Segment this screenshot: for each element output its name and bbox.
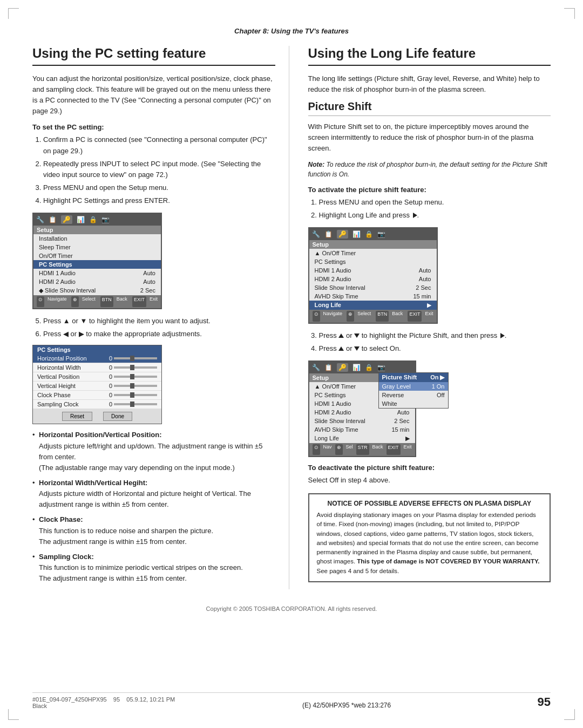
bullet-sampling-title: Sampling Clock: — [39, 553, 94, 561]
bullet-horiz-pos: Horizontal Position/Vertical Position: A… — [32, 430, 275, 473]
pc-settings-buttons: Reset Done — [33, 409, 161, 424]
tv-menu-topbar-2: 🔧 📋 🔑 📊 🔒 📷 — [309, 228, 437, 240]
setup-steps-list: Confirm a PC is connected (see "Connecti… — [43, 134, 275, 206]
bullet-horiz-width-title: Horizontal Width/Vertical Hegiht: — [39, 479, 147, 487]
up-arrow-icon-2 — [338, 346, 344, 351]
tv-menu-setup: 🔧 📋 🔑 📊 🔒 📷 Setup Installation Sleep Tim… — [32, 213, 162, 309]
pc-row-clock-phase: Clock Phase 0 — [33, 391, 161, 400]
pc-row-horiz-width: Horizontal Width 0 — [33, 363, 161, 372]
menu3-hdmi2: HDMI 2 AudioAuto — [309, 408, 415, 417]
menu3-slideshow: Slide Show Interval2 Sec — [309, 417, 415, 425]
bullets-list: Horizontal Position/Vertical Position: A… — [32, 430, 275, 584]
bullet-horiz-width-text: Adjusts picture width of Horizontal and … — [39, 489, 251, 508]
menu2-onoff: ▲ On/Off Timer — [309, 249, 437, 257]
right-column: Using the Long Life feature The long lif… — [306, 46, 551, 589]
bullet-horiz-pos-text: Adjusts picture left/right and up/down. … — [39, 442, 262, 461]
submenu-picture-shift-label: Picture Shift — [382, 374, 417, 381]
longlife-submenu: Picture Shift On ▶ Gray Level 1 On Rever… — [378, 372, 449, 409]
corner-mark-bl — [8, 709, 19, 720]
down-arrow-icon — [354, 334, 360, 338]
pc-row-sampling: Sampling Clock 0 — [33, 400, 161, 409]
menu-row-hdmi1: HDMI 1 AudioAuto — [33, 269, 161, 277]
tv-menu-nav-2: ⊙Navigate ⊕Select BTNBack EXITExit — [309, 310, 437, 323]
bullet-horiz-pos-note: (The adjustable range may vary depending… — [39, 464, 235, 472]
right-arrow-icon-2 — [500, 333, 505, 338]
bullet-clock-text1: This function is to reduce noise and sha… — [39, 527, 213, 535]
submenu-picture-shift-value: On ▶ — [430, 374, 444, 381]
page-footer: #01E_094-097_4250HPX95 95 05.9.12, 10:21… — [32, 692, 551, 709]
notice-box: NOTICE OF POSSIBLE ADVERSE EFFECTS ON PL… — [308, 493, 551, 582]
bullet-sampling-text2: The adjustment range is within ±15 from … — [39, 574, 187, 582]
bullet-clock-text2: The adjustment range is within ±15 from … — [39, 538, 187, 546]
notice-body: Avoid displaying stationary images on yo… — [317, 511, 543, 576]
left-section-title: Using the PC setting feature — [32, 46, 275, 66]
note-label: Note: — [308, 161, 325, 168]
submenu-white-label: White — [382, 400, 397, 407]
picture-shift-intro: With Picture Shift set to on, the pictur… — [308, 121, 551, 154]
setup-steps-list-2: Press ▲ or ▼ to highlight the item you w… — [43, 316, 275, 339]
menu2-hdmi1: HDMI 1 AudioAuto — [309, 266, 437, 275]
pc-row-vert-height: Vertical Height 0 — [33, 382, 161, 391]
menu3-avhd: AVHD Skip Time15 min — [309, 425, 415, 434]
tv-menu-title-1: Setup — [33, 226, 161, 234]
up-arrow-icon — [338, 334, 344, 338]
copyright-line: Copyright © 2005 TOSHIBA CORPORATION. Al… — [32, 605, 551, 612]
notice-bold-text: This type of damage is NOT COVERED BY YO… — [357, 558, 539, 564]
corner-mark-br — [564, 709, 575, 720]
notice-body-text: Avoid displaying stationary images on yo… — [317, 512, 539, 564]
page-number: 95 — [538, 695, 551, 709]
menu-row-pc-settings: PC Settings — [33, 260, 161, 269]
corner-mark-tr — [564, 8, 575, 19]
reset-button[interactable]: Reset — [62, 412, 92, 421]
footer-color-info: Black — [32, 703, 175, 709]
to-set-label: To set the PC setting: — [32, 123, 275, 131]
note-body: To reduce the risk of phosphor burn-in, … — [308, 161, 547, 178]
bullet-clock-phase: Clock Phase: This function is to reduce … — [32, 514, 275, 547]
pc-row-vert-pos: Vertical Position 0 — [33, 372, 161, 382]
pc-settings-menu: PC Settings Horizontal Position 0 Horizo… — [32, 345, 162, 424]
left-column: Using the PC setting feature You can adj… — [32, 46, 289, 589]
notice-end-text: See pages 4 and 5 for details. — [317, 568, 399, 574]
corner-mark-tl — [8, 8, 19, 19]
footer-file-info: #01E_094-097_4250HPX95 95 05.9.12, 10:21… — [32, 696, 175, 703]
activate-steps-2: Press or to highlight the Picture Shift,… — [319, 330, 551, 354]
pc-settings-title: PC Settings — [33, 345, 161, 354]
menu2-slideshow: Slide Show Interval2 Sec — [309, 283, 437, 292]
down-arrow-icon-2 — [354, 346, 360, 351]
activate-step-2: Highlight Long Life and press . — [319, 210, 551, 221]
step-6: Press ◀ or ▶ to make the appropriate adj… — [43, 329, 275, 339]
menu2-avhd: AVHD Skip Time15 min — [309, 292, 437, 301]
right-section-title: Using the Long Life feature — [308, 46, 551, 66]
activate-step-1: Press MENU and open the Setup menu. — [319, 197, 551, 208]
submenu-reverse-value: Off — [437, 392, 444, 398]
menu-row-onoff: On/Off Timer — [33, 251, 161, 260]
step-5: Press ▲ or ▼ to highlight the item you w… — [43, 316, 275, 326]
step-2: Repeatedly press INPUT to select PC inpu… — [43, 159, 275, 180]
bullet-horiz-pos-title: Horizontal Position/Vertical Position: — [39, 431, 162, 439]
pc-row-horiz-pos: Horizontal Position 0 — [33, 354, 161, 363]
deactivate-label: To deactivate the picture shift feature: — [308, 464, 551, 472]
tv-menu-nav-1: ⊙Navigate ⊕Select BTNBack EXITExit — [33, 295, 161, 308]
submenu-gray-level-value: 1 On — [432, 383, 445, 390]
notice-title: NOTICE OF POSSIBLE ADVERSE EFFECTS ON PL… — [317, 500, 543, 507]
bullet-sampling-text1: This function is to minimize periodic ve… — [39, 563, 243, 571]
tv-menu-title-2: Setup — [309, 240, 437, 249]
page-wrapper: Chapter 8: Using the TV's features Using… — [0, 0, 583, 728]
footer-left: #01E_094-097_4250HPX95 95 05.9.12, 10:21… — [32, 696, 175, 709]
submenu-reverse-label: Reverse — [382, 392, 404, 398]
submenu-gray-level-label: Gray Level — [382, 383, 411, 390]
deactivate-text: Select Off in step 4 above. — [308, 475, 551, 486]
done-button[interactable]: Done — [103, 412, 132, 421]
step-3: Press MENU and open the Setup menu. — [43, 182, 275, 193]
right-arrow-icon — [413, 213, 417, 218]
picture-shift-title: Picture Shift — [308, 100, 551, 116]
menu2-longlife: Long Life▶ — [309, 301, 437, 310]
menu2-pc: PC Settings — [309, 257, 437, 266]
tv-menu-with-submenu: 🔧 📋 🔑 📊 🔒 📷 Setup ▲ On/Off Timer PC Sett… — [308, 360, 459, 457]
step-4: Highlight PC Settings and press ENTER. — [43, 195, 275, 206]
footer-center: (E) 42/50HPX95 *web 213:276 — [302, 702, 391, 709]
menu3-longlife: Long Life▶ — [309, 434, 415, 443]
tv-menu-setup-2: 🔧 📋 🔑 📊 🔒 📷 Setup ▲ On/Off Timer PC Sett… — [308, 227, 438, 324]
menu-row-sleep: Sleep Timer — [33, 243, 161, 251]
two-column-layout: Using the PC setting feature You can adj… — [32, 46, 551, 589]
